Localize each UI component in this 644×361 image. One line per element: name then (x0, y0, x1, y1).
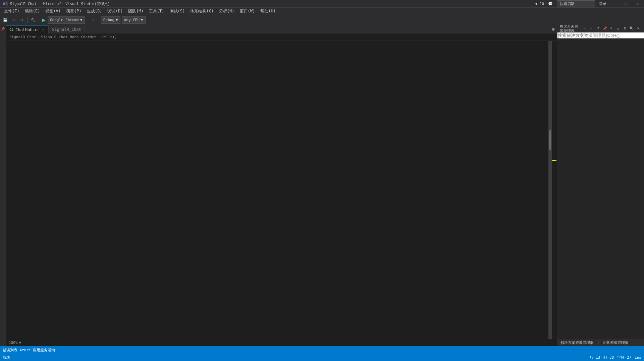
platform-dropdown[interactable]: Any CPU ▼ (122, 16, 146, 24)
vertical-scrollbar[interactable] (548, 41, 552, 339)
menu-item-h[interactable]: 帮助(H) (258, 8, 278, 15)
se-back-btn[interactable]: ← (582, 25, 588, 32)
tab-chathub[interactable]: C# ChatHub.cs ✕ (6, 25, 49, 34)
build-btn[interactable]: 🔨 (29, 16, 37, 24)
breadcrumb-sep-1: › (37, 35, 40, 39)
sidebar-pin-icon[interactable]: 📌 (0, 26, 6, 32)
line-numbers (6, 41, 23, 339)
se-pin-btn[interactable]: 📌 (602, 25, 608, 32)
menu-item-m[interactable]: 团队(M) (125, 8, 146, 15)
breadcrumb-part-3[interactable]: Hello() (101, 35, 117, 39)
menu-item-b[interactable]: 生成(B) (84, 8, 105, 15)
user-account[interactable]: 登录 (599, 1, 606, 6)
bottom-bar: 错误列表 Azure 应用服务活动 (0, 346, 644, 354)
app-icon: VS (3, 1, 8, 6)
menu-item-n[interactable]: 分析(N) (216, 8, 237, 15)
se-collapse-btn[interactable]: ≡ (608, 25, 614, 32)
menu-item-f[interactable]: 文件(F) (1, 8, 22, 15)
se-forward-btn[interactable]: → (588, 25, 594, 32)
se-tree (557, 39, 644, 339)
breadcrumb-part-1[interactable]: SignalR_Chat (9, 35, 36, 39)
run-target-dropdown[interactable]: Google Chrome ▼ (48, 16, 85, 24)
platform-arrow: ▼ (141, 18, 143, 22)
debug-mode-arrow: ▼ (116, 18, 118, 22)
expand-editor-btn[interactable]: ⊕ (549, 25, 557, 33)
se-search-se-btn[interactable]: 🔍 (629, 25, 635, 32)
zoom-control[interactable]: 100% ▼ (9, 341, 21, 345)
run-target-label: Google Chrome (50, 18, 79, 22)
se-home-btn[interactable]: ⌂ (615, 25, 621, 32)
window-title: SignalR_Chat - Microsoft Visual Studio(管… (10, 1, 110, 6)
title-bar-right: ▼ 10 💬 快速启动 登录 ─ □ ✕ (535, 0, 641, 7)
toolbar-sep-3 (99, 17, 99, 23)
tab-bar: C# ChatHub.cs ✕ SignalR_Chat ⊕ (6, 25, 557, 34)
save-btn[interactable]: 💾 (1, 16, 9, 24)
title-bar-left: VS SignalR_Chat - Microsoft Visual Studi… (3, 1, 110, 6)
debug-mode-label: Debug (103, 18, 114, 22)
zoom-label: 100% (9, 341, 18, 345)
solution-explorer: 解决方案资源管理器 ← → ↺ 📌 ≡ ⌂ ⚙ 🔍 ✕ 解决方案资源管理器 | … (557, 25, 644, 346)
code-content[interactable] (23, 41, 548, 339)
toolbar: 💾 ↩ ↪ 🔨 ▶ Google Chrome ▼ · ⏸ Debug ▼ An… (0, 15, 644, 25)
se-footer-tab-team[interactable]: 团队资源管理器 (601, 340, 631, 346)
zoom-arrow: ▼ (19, 341, 21, 345)
se-close-btn[interactable]: ✕ (635, 25, 641, 32)
menu-item-p[interactable]: 项目(P) (63, 8, 84, 15)
status-bar-right: 行 13 列 38 字符 27 Ins (590, 355, 642, 360)
menu-item-c[interactable]: 体系结构(C) (187, 8, 216, 15)
debug-mode-dropdown[interactable]: Debug ▼ (101, 16, 120, 24)
scroll-thumb[interactable] (549, 130, 551, 150)
restore-btn[interactable]: □ (622, 2, 630, 6)
status-char: 字符 27 (617, 355, 631, 360)
ruler-mark-1 (552, 160, 556, 161)
run-btn[interactable]: ▶ (41, 17, 47, 22)
breadcrumb: SignalR_Chat › SignalR_Chat.Hubs.ChatHub… (6, 34, 557, 41)
overview-ruler (552, 41, 557, 339)
tab-chathub-icon: C# (9, 28, 13, 32)
editor-container: C# ChatHub.cs ✕ SignalR_Chat ⊕ SignalR_C… (6, 25, 557, 346)
minimize-btn[interactable]: ─ (610, 2, 618, 6)
toolbar-sep-dot: · (86, 18, 89, 22)
toolbar-sep-1 (27, 17, 28, 23)
menu-item-s[interactable]: 测试(S) (167, 8, 188, 15)
tab-signalr[interactable]: SignalR_Chat (49, 25, 85, 34)
status-insert[interactable]: Ins (635, 355, 641, 360)
close-btn[interactable]: ✕ (634, 2, 641, 6)
chat-icon: 💬 (548, 2, 553, 6)
menu-item-d[interactable]: 调试(D) (105, 8, 125, 15)
bottom-bar-content: 错误列表 Azure 应用服务活动 (3, 348, 55, 353)
se-header-buttons: ← → ↺ 📌 ≡ ⌂ ⚙ 🔍 ✕ (582, 25, 641, 32)
se-refresh-btn[interactable]: ↺ (595, 25, 601, 32)
status-bar-left: 就绪 (3, 355, 10, 360)
code-editor (6, 41, 557, 339)
status-line: 行 13 (590, 355, 600, 360)
status-ready: 就绪 (3, 355, 10, 360)
se-header: 解决方案资源管理器 ← → ↺ 📌 ≡ ⌂ ⚙ 🔍 ✕ (557, 25, 644, 32)
se-search-input[interactable] (557, 32, 644, 39)
tab-chathub-label: ChatHub.cs (15, 28, 40, 32)
status-col: 列 38 (603, 355, 614, 360)
menu-item-e[interactable]: 编辑(E) (22, 8, 43, 15)
menu-bar: 文件(F)编辑(E)视图(V)项目(P)生成(B)调试(D)团队(M)工具(T)… (0, 7, 644, 15)
menu-item-w[interactable]: 窗口(W) (237, 8, 258, 15)
se-settings-btn[interactable]: ⚙ (622, 25, 628, 32)
breadcrumb-part-2[interactable]: SignalR_Chat.Hubs.ChatHub (41, 35, 97, 39)
editor-bottom-bar: 100% ▼ (6, 339, 557, 346)
undo-btn[interactable]: ↩ (10, 16, 17, 24)
quick-launch[interactable]: 快速启动 (557, 0, 595, 7)
left-sidebar: 📌 (0, 25, 6, 346)
pause-btn[interactable]: ⏸ (90, 16, 97, 24)
menu-item-v[interactable]: 视图(V) (43, 8, 63, 15)
tab-signalr-label: SignalR_Chat (52, 27, 81, 32)
redo-btn[interactable]: ↪ (18, 16, 25, 24)
menu-item-t[interactable]: 工具(T) (146, 8, 167, 15)
se-footer-tab-solution[interactable]: 解决方案资源管理器 (558, 340, 596, 346)
main-layout: 📌 C# ChatHub.cs ✕ SignalR_Chat ⊕ SignalR… (0, 25, 644, 346)
se-footer-sep: | (597, 341, 599, 345)
run-target-arrow: ▼ (80, 18, 83, 22)
se-footer: 解决方案资源管理器 | 团队资源管理器 (557, 339, 644, 346)
toolbar-sep-2 (39, 17, 39, 23)
status-bar: 就绪 行 13 列 38 字符 27 Ins (0, 354, 644, 361)
tab-chathub-close[interactable]: ✕ (42, 28, 45, 32)
title-bar: VS SignalR_Chat - Microsoft Visual Studi… (0, 0, 644, 7)
